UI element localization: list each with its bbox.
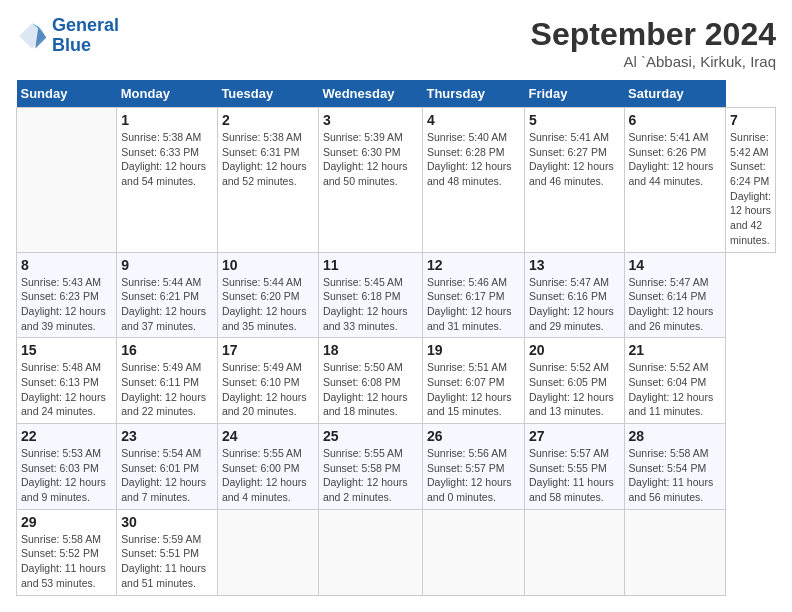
weekday-header: Tuesday xyxy=(217,80,318,108)
calendar-cell: 3Sunrise: 5:39 AMSunset: 6:30 PMDaylight… xyxy=(318,108,422,253)
calendar-cell: 29Sunrise: 5:58 AMSunset: 5:52 PMDayligh… xyxy=(17,509,117,595)
day-number: 16 xyxy=(121,342,213,358)
day-info: Sunrise: 5:53 AMSunset: 6:03 PMDaylight:… xyxy=(21,446,112,505)
day-number: 27 xyxy=(529,428,620,444)
logo: General Blue xyxy=(16,16,119,56)
day-number: 20 xyxy=(529,342,620,358)
day-info: Sunrise: 5:44 AMSunset: 6:20 PMDaylight:… xyxy=(222,275,314,334)
calendar-cell xyxy=(525,509,625,595)
day-info: Sunrise: 5:41 AMSunset: 6:27 PMDaylight:… xyxy=(529,130,620,189)
day-number: 24 xyxy=(222,428,314,444)
logo-text: General Blue xyxy=(52,16,119,56)
calendar-week-row: 15Sunrise: 5:48 AMSunset: 6:13 PMDayligh… xyxy=(17,338,776,424)
day-number: 26 xyxy=(427,428,520,444)
calendar-cell: 27Sunrise: 5:57 AMSunset: 5:55 PMDayligh… xyxy=(525,424,625,510)
calendar-cell xyxy=(217,509,318,595)
calendar-cell: 25Sunrise: 5:55 AMSunset: 5:58 PMDayligh… xyxy=(318,424,422,510)
calendar-cell: 6Sunrise: 5:41 AMSunset: 6:26 PMDaylight… xyxy=(624,108,726,253)
day-info: Sunrise: 5:57 AMSunset: 5:55 PMDaylight:… xyxy=(529,446,620,505)
day-info: Sunrise: 5:48 AMSunset: 6:13 PMDaylight:… xyxy=(21,360,112,419)
day-info: Sunrise: 5:52 AMSunset: 6:05 PMDaylight:… xyxy=(529,360,620,419)
day-number: 18 xyxy=(323,342,418,358)
calendar-cell: 2Sunrise: 5:38 AMSunset: 6:31 PMDaylight… xyxy=(217,108,318,253)
day-info: Sunrise: 5:58 AMSunset: 5:52 PMDaylight:… xyxy=(21,532,112,591)
weekday-header: Thursday xyxy=(422,80,524,108)
day-number: 7 xyxy=(730,112,771,128)
day-info: Sunrise: 5:47 AMSunset: 6:16 PMDaylight:… xyxy=(529,275,620,334)
day-info: Sunrise: 5:41 AMSunset: 6:26 PMDaylight:… xyxy=(629,130,722,189)
day-number: 11 xyxy=(323,257,418,273)
calendar-table: SundayMondayTuesdayWednesdayThursdayFrid… xyxy=(16,80,776,596)
day-number: 17 xyxy=(222,342,314,358)
day-number: 13 xyxy=(529,257,620,273)
day-info: Sunrise: 5:49 AMSunset: 6:10 PMDaylight:… xyxy=(222,360,314,419)
calendar-header-row: SundayMondayTuesdayWednesdayThursdayFrid… xyxy=(17,80,776,108)
day-number: 3 xyxy=(323,112,418,128)
day-info: Sunrise: 5:42 AMSunset: 6:24 PMDaylight:… xyxy=(730,130,771,248)
day-number: 1 xyxy=(121,112,213,128)
calendar-week-row: 1Sunrise: 5:38 AMSunset: 6:33 PMDaylight… xyxy=(17,108,776,253)
calendar-cell: 23Sunrise: 5:54 AMSunset: 6:01 PMDayligh… xyxy=(117,424,218,510)
day-number: 15 xyxy=(21,342,112,358)
calendar-cell: 4Sunrise: 5:40 AMSunset: 6:28 PMDaylight… xyxy=(422,108,524,253)
calendar-cell: 12Sunrise: 5:46 AMSunset: 6:17 PMDayligh… xyxy=(422,252,524,338)
day-number: 4 xyxy=(427,112,520,128)
day-info: Sunrise: 5:54 AMSunset: 6:01 PMDaylight:… xyxy=(121,446,213,505)
logo-line2: Blue xyxy=(52,35,91,55)
calendar-cell: 10Sunrise: 5:44 AMSunset: 6:20 PMDayligh… xyxy=(217,252,318,338)
day-info: Sunrise: 5:50 AMSunset: 6:08 PMDaylight:… xyxy=(323,360,418,419)
day-info: Sunrise: 5:52 AMSunset: 6:04 PMDaylight:… xyxy=(629,360,722,419)
month-title: September 2024 xyxy=(531,16,776,53)
calendar-cell xyxy=(624,509,726,595)
day-number: 2 xyxy=(222,112,314,128)
day-info: Sunrise: 5:56 AMSunset: 5:57 PMDaylight:… xyxy=(427,446,520,505)
day-info: Sunrise: 5:44 AMSunset: 6:21 PMDaylight:… xyxy=(121,275,213,334)
calendar-cell: 13Sunrise: 5:47 AMSunset: 6:16 PMDayligh… xyxy=(525,252,625,338)
day-info: Sunrise: 5:40 AMSunset: 6:28 PMDaylight:… xyxy=(427,130,520,189)
day-info: Sunrise: 5:46 AMSunset: 6:17 PMDaylight:… xyxy=(427,275,520,334)
calendar-cell: 20Sunrise: 5:52 AMSunset: 6:05 PMDayligh… xyxy=(525,338,625,424)
calendar-cell xyxy=(17,108,117,253)
calendar-cell: 14Sunrise: 5:47 AMSunset: 6:14 PMDayligh… xyxy=(624,252,726,338)
calendar-cell: 26Sunrise: 5:56 AMSunset: 5:57 PMDayligh… xyxy=(422,424,524,510)
weekday-header: Friday xyxy=(525,80,625,108)
day-info: Sunrise: 5:43 AMSunset: 6:23 PMDaylight:… xyxy=(21,275,112,334)
day-number: 29 xyxy=(21,514,112,530)
calendar-cell: 21Sunrise: 5:52 AMSunset: 6:04 PMDayligh… xyxy=(624,338,726,424)
day-number: 28 xyxy=(629,428,722,444)
day-info: Sunrise: 5:55 AMSunset: 6:00 PMDaylight:… xyxy=(222,446,314,505)
calendar-cell xyxy=(318,509,422,595)
day-info: Sunrise: 5:38 AMSunset: 6:31 PMDaylight:… xyxy=(222,130,314,189)
logo-icon xyxy=(16,20,48,52)
day-number: 10 xyxy=(222,257,314,273)
calendar-cell: 19Sunrise: 5:51 AMSunset: 6:07 PMDayligh… xyxy=(422,338,524,424)
calendar-cell: 1Sunrise: 5:38 AMSunset: 6:33 PMDaylight… xyxy=(117,108,218,253)
day-number: 22 xyxy=(21,428,112,444)
day-number: 8 xyxy=(21,257,112,273)
calendar-cell xyxy=(422,509,524,595)
calendar-cell: 15Sunrise: 5:48 AMSunset: 6:13 PMDayligh… xyxy=(17,338,117,424)
day-number: 5 xyxy=(529,112,620,128)
calendar-cell: 28Sunrise: 5:58 AMSunset: 5:54 PMDayligh… xyxy=(624,424,726,510)
day-number: 6 xyxy=(629,112,722,128)
day-number: 30 xyxy=(121,514,213,530)
calendar-cell: 18Sunrise: 5:50 AMSunset: 6:08 PMDayligh… xyxy=(318,338,422,424)
day-info: Sunrise: 5:47 AMSunset: 6:14 PMDaylight:… xyxy=(629,275,722,334)
calendar-cell: 30Sunrise: 5:59 AMSunset: 5:51 PMDayligh… xyxy=(117,509,218,595)
day-number: 23 xyxy=(121,428,213,444)
day-info: Sunrise: 5:39 AMSunset: 6:30 PMDaylight:… xyxy=(323,130,418,189)
day-number: 25 xyxy=(323,428,418,444)
calendar-cell: 17Sunrise: 5:49 AMSunset: 6:10 PMDayligh… xyxy=(217,338,318,424)
calendar-cell: 24Sunrise: 5:55 AMSunset: 6:00 PMDayligh… xyxy=(217,424,318,510)
calendar-cell: 8Sunrise: 5:43 AMSunset: 6:23 PMDaylight… xyxy=(17,252,117,338)
calendar-cell: 5Sunrise: 5:41 AMSunset: 6:27 PMDaylight… xyxy=(525,108,625,253)
day-info: Sunrise: 5:51 AMSunset: 6:07 PMDaylight:… xyxy=(427,360,520,419)
day-info: Sunrise: 5:45 AMSunset: 6:18 PMDaylight:… xyxy=(323,275,418,334)
calendar-cell: 11Sunrise: 5:45 AMSunset: 6:18 PMDayligh… xyxy=(318,252,422,338)
calendar-cell: 7Sunrise: 5:42 AMSunset: 6:24 PMDaylight… xyxy=(726,108,776,253)
calendar-cell: 22Sunrise: 5:53 AMSunset: 6:03 PMDayligh… xyxy=(17,424,117,510)
day-number: 14 xyxy=(629,257,722,273)
calendar-week-row: 29Sunrise: 5:58 AMSunset: 5:52 PMDayligh… xyxy=(17,509,776,595)
calendar-week-row: 22Sunrise: 5:53 AMSunset: 6:03 PMDayligh… xyxy=(17,424,776,510)
weekday-header: Wednesday xyxy=(318,80,422,108)
